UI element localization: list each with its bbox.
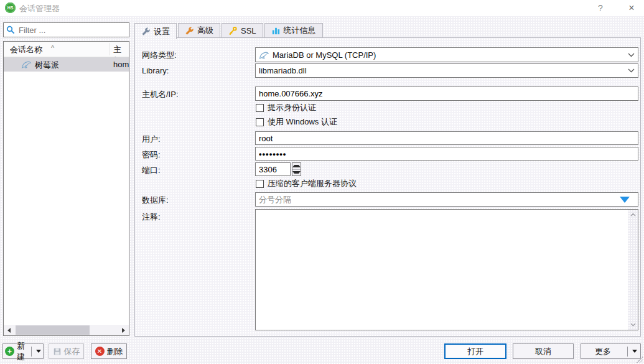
advanced-wrench-icon: [185, 26, 194, 35]
mysql-dolphin-icon: [259, 50, 269, 60]
scrollbar-thumb[interactable]: [16, 325, 90, 335]
session-list: 会话名称 ^ 主机 树莓派 hom: [3, 41, 129, 336]
windows-auth-label: 使用 Windows 认证: [268, 116, 337, 128]
spin-down-icon[interactable]: [292, 170, 301, 176]
cancel-button-label: 取消: [535, 346, 551, 357]
session-list-horizontal-scrollbar[interactable]: [4, 325, 129, 335]
more-button[interactable]: 更多: [581, 343, 641, 359]
host-label: 主机名/IP:: [142, 89, 179, 100]
ssl-key-icon: [228, 26, 238, 35]
comment-textarea[interactable]: [255, 209, 638, 330]
scroll-right-icon[interactable]: [118, 325, 129, 335]
spin-up-icon[interactable]: [292, 163, 301, 170]
mysql-dolphin-icon: [21, 60, 32, 69]
plus-icon: +: [5, 347, 14, 356]
library-combobox[interactable]: libmariadb.dll: [255, 63, 638, 78]
database-label: 数据库:: [142, 195, 169, 206]
comment-label: 注释:: [142, 212, 161, 223]
close-button[interactable]: ×: [622, 1, 641, 15]
password-input[interactable]: [259, 149, 635, 159]
button-divider: [31, 347, 32, 357]
help-button[interactable]: ?: [592, 1, 609, 15]
tab-settings[interactable]: 设置: [134, 23, 177, 39]
tab-statistics[interactable]: 统计信息: [264, 23, 323, 37]
session-list-header: 会话名称 ^ 主机: [4, 42, 129, 57]
scroll-up-icon[interactable]: [628, 210, 638, 220]
prompt-credentials-label: 提示身份认证: [268, 102, 316, 113]
tab-advanced[interactable]: 高级: [178, 23, 220, 37]
comment-vertical-scrollbar[interactable]: [628, 210, 638, 330]
library-label: Library:: [142, 66, 169, 75]
save-button[interactable]: 保存: [49, 343, 84, 359]
session-row-selected[interactable]: 树莓派 hom: [4, 57, 129, 72]
host-input[interactable]: [259, 89, 635, 98]
tab-settings-label: 设置: [154, 26, 170, 37]
session-filter-box: [3, 22, 129, 37]
app-icon-text: HS: [7, 6, 14, 10]
title-bar: HS 会话管理器 ? ×: [0, 0, 644, 16]
more-button-label: 更多: [583, 346, 623, 357]
cancel-button[interactable]: 取消: [513, 343, 574, 359]
tab-advanced-label: 高级: [197, 25, 213, 36]
scroll-left-icon[interactable]: [4, 325, 14, 335]
library-value: libmariadb.dll: [259, 66, 307, 75]
prompt-credentials-row: 提示身份认证: [256, 102, 316, 113]
delete-x-icon: ✕: [95, 347, 105, 356]
scroll-down-icon[interactable]: [628, 320, 638, 330]
open-button-label: 打开: [467, 346, 483, 357]
heidisql-app-icon: HS: [5, 2, 16, 13]
session-filter-input[interactable]: [17, 25, 126, 35]
port-field-wrap: [255, 162, 291, 176]
windows-auth-checkbox[interactable]: [256, 118, 264, 126]
port-input[interactable]: [259, 165, 287, 174]
session-manager-window: HS 会话管理器 ? × 会话名称 ^ 主机 树莓派 hom: [0, 0, 644, 364]
new-button-label: 新建: [17, 340, 27, 363]
column-divider[interactable]: [110, 43, 110, 55]
save-button-label: 保存: [64, 346, 80, 357]
sort-ascending-icon: ^: [51, 44, 54, 52]
port-spinner: [292, 162, 301, 176]
statistics-chart-icon: [271, 26, 281, 35]
network-type-value: MariaDB or MySQL (TCP/IP): [273, 50, 376, 60]
dropdown-blue-arrow-icon[interactable]: [620, 197, 630, 203]
session-host: hom: [113, 60, 129, 69]
database-combobox[interactable]: 分号分隔: [255, 192, 638, 207]
column-header-session-name[interactable]: 会话名称: [10, 44, 42, 55]
database-placeholder: 分号分隔: [259, 194, 291, 205]
host-field-wrap: [255, 86, 638, 101]
floppy-disk-icon: [53, 347, 62, 356]
settings-wrench-icon: [141, 27, 151, 36]
tab-ssl[interactable]: SSL: [222, 23, 263, 37]
window-title: 会话管理器: [19, 3, 60, 14]
search-icon: [6, 26, 15, 34]
session-name: 树莓派: [35, 60, 59, 71]
delete-button-label: 删除: [107, 346, 123, 357]
tab-statistics-label: 统计信息: [284, 25, 316, 36]
compressed-protocol-label: 压缩的客户端服务器协议: [268, 178, 357, 189]
tab-ssl-label: SSL: [241, 26, 256, 35]
more-dropdown-arrow-icon[interactable]: [632, 350, 637, 353]
user-field-wrap: [255, 131, 638, 145]
windows-auth-row: 使用 Windows 认证: [256, 116, 337, 128]
password-field-wrap: [255, 147, 638, 161]
user-input[interactable]: [259, 134, 635, 143]
chevron-down-icon[interactable]: [628, 68, 635, 73]
resize-grip[interactable]: [637, 357, 643, 363]
chevron-down-icon[interactable]: [628, 53, 635, 57]
new-dropdown-arrow-icon[interactable]: [36, 350, 41, 353]
button-divider: [627, 347, 628, 357]
settings-tab-bar: 设置 高级 SSL 统计信息: [134, 23, 324, 38]
network-type-combobox[interactable]: MariaDB or MySQL (TCP/IP): [255, 47, 638, 62]
new-session-button[interactable]: + 新建: [2, 343, 44, 359]
user-label: 用户:: [142, 134, 161, 145]
compressed-protocol-row: 压缩的客户端服务器协议: [256, 178, 357, 189]
port-label: 端口:: [142, 165, 161, 176]
compressed-protocol-checkbox[interactable]: [256, 180, 264, 188]
network-type-label: 网络类型:: [142, 50, 177, 61]
delete-button[interactable]: ✕ 删除: [91, 343, 127, 359]
prompt-credentials-checkbox[interactable]: [256, 104, 264, 112]
open-button[interactable]: 打开: [444, 343, 506, 359]
password-label: 密码:: [142, 149, 161, 161]
